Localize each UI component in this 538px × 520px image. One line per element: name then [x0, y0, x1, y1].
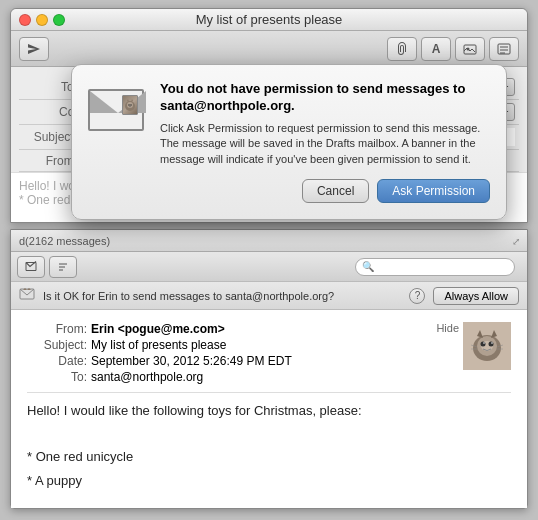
message-count: d(2162 messages) [19, 235, 110, 247]
close-button[interactable] [19, 14, 31, 26]
font-button[interactable]: A [421, 37, 451, 61]
svg-point-24 [481, 342, 486, 347]
from-label: From: [27, 322, 87, 336]
compose-toolbar: A [11, 31, 527, 67]
dialog-icon [88, 81, 148, 141]
bottom-toolbar: 🔍 [11, 252, 527, 282]
dialog-description: Click Ask Permission to request permissi… [160, 121, 490, 167]
svg-point-10 [128, 104, 130, 106]
email-header: From: Erin <pogue@me.com> Subject: My li… [27, 322, 511, 384]
resize-handle[interactable]: ⤢ [509, 234, 523, 248]
ask-permission-button[interactable]: Ask Permission [377, 179, 490, 203]
subject-value: My list of presents please [91, 338, 511, 352]
body-line3: * A puppy [27, 471, 511, 492]
email-body: Hello! I would like the following toys f… [27, 401, 511, 492]
bottom-titlebar: d(2162 messages) ⤢ [11, 230, 527, 252]
send-button[interactable] [19, 37, 49, 61]
date-label: Date: [27, 354, 87, 368]
traffic-lights [19, 14, 65, 26]
search-box[interactable]: 🔍 [355, 258, 515, 276]
svg-point-26 [483, 342, 485, 344]
search-icon: 🔍 [362, 261, 374, 272]
banner-envelope-icon [19, 288, 35, 304]
sort-button[interactable] [49, 256, 77, 278]
dialog-title: You do not have permission to send messa… [160, 81, 490, 115]
hide-link[interactable]: Hide [436, 322, 459, 334]
photo-button[interactable] [455, 37, 485, 61]
divider [27, 392, 511, 393]
dialog-content: You do not have permission to send messa… [88, 81, 490, 167]
maximize-button[interactable] [53, 14, 65, 26]
body-line1: Hello! I would like the following toys f… [27, 401, 511, 422]
cancel-button[interactable]: Cancel [302, 179, 369, 203]
attach-button[interactable] [387, 37, 417, 61]
compose-window: My list of presents please A [10, 8, 528, 223]
subject-label: Subject: [27, 338, 87, 352]
help-button[interactable]: ? [409, 288, 425, 304]
list-button[interactable] [489, 37, 519, 61]
dialog-buttons: Cancel Ask Permission [88, 179, 490, 203]
mail-window: d(2162 messages) ⤢ 🔍 [10, 229, 528, 509]
toolbar-right: A [387, 37, 519, 61]
svg-point-25 [489, 342, 494, 347]
permission-dialog: You do not have permission to send messa… [71, 64, 507, 220]
minimize-button[interactable] [36, 14, 48, 26]
stamp [122, 95, 138, 115]
contact-avatar [463, 322, 511, 370]
date-value: September 30, 2012 5:26:49 PM EDT [91, 354, 511, 368]
stamp-cat-image [123, 96, 137, 114]
body-line2: * One red unicycle [27, 447, 511, 468]
titlebar: My list of presents please [11, 9, 527, 31]
to-label: To: [27, 370, 87, 384]
compose-new-button[interactable] [17, 256, 45, 278]
banner-text: Is it OK for Erin to send messages to sa… [43, 290, 401, 302]
permission-banner: Is it OK for Erin to send messages to sa… [11, 282, 527, 310]
svg-point-7 [127, 102, 133, 108]
email-content: From: Erin <pogue@me.com> Subject: My li… [11, 310, 527, 508]
svg-point-11 [130, 104, 132, 106]
dialog-text: You do not have permission to send messa… [160, 81, 490, 167]
window-title: My list of presents please [196, 12, 343, 27]
always-allow-button[interactable]: Always Allow [433, 287, 519, 305]
svg-point-27 [491, 342, 493, 344]
to-value: santa@northpole.org [91, 370, 511, 384]
envelope-icon [88, 89, 144, 131]
